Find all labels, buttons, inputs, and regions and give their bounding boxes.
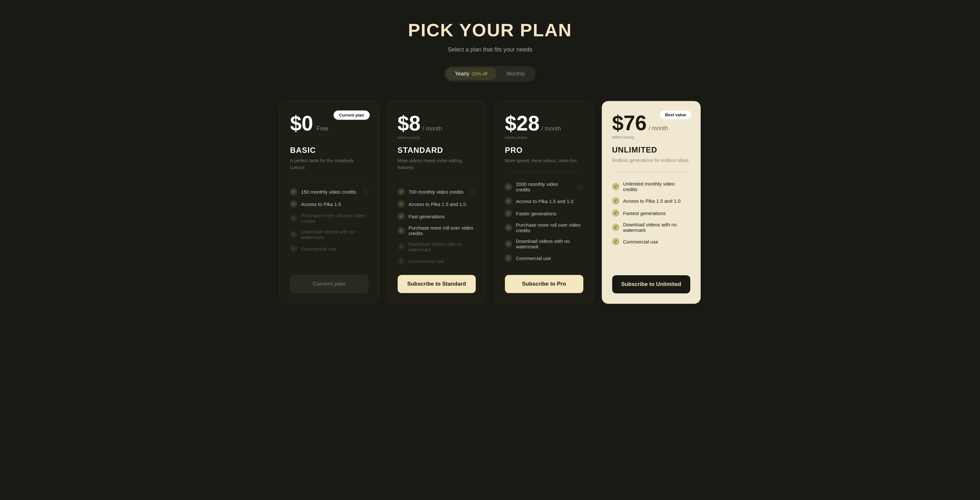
feature-text: Purchase more roll over video credits [301,213,369,224]
feature-item: ✓ Purchase more roll over video credits [398,225,476,236]
feature-cross-icon: ✕ [398,243,405,250]
feature-item: ✓ Download videos with no watermark [612,222,690,233]
feature-text: Fastest generations [623,211,666,216]
billing-monthly-button[interactable]: Monthly [498,68,534,80]
feature-text: Purchase more roll over video credits [516,222,583,233]
feature-item: ✓ Fastest generations [612,210,690,217]
feature-text: Access to Pika 1.5 and 1.0 [409,202,466,207]
feature-check-icon: ✓ [505,240,512,248]
plan-card-standard: $8 / month billed yearly STANDARD More v… [387,101,487,304]
feature-cross-icon: ✕ [290,245,297,252]
feature-text: Purchase more roll over video credits [409,225,476,236]
features-list-standard: ✓ 700 monthly video credits i ✓ Access t… [398,188,476,265]
feature-item: ✕ Commercial use [290,245,369,252]
price-row-standard: $8 / month [398,113,476,134]
feature-check-icon: ✓ [290,188,297,195]
feature-cross-icon: ✕ [290,231,297,238]
feature-item: ✓ Access to Pika 1.5 [290,200,369,208]
feature-check-icon: ✓ [612,210,619,217]
billed-note-pro: billed yearly [505,135,583,140]
price-amount-standard: $8 [398,113,421,134]
subscribe-button-unlimited[interactable]: Subscribe to Unlimited [612,275,690,294]
subscribe-button-pro[interactable]: Subscribe to Pro [505,275,583,293]
feature-text: Unlimited monthly video credits [623,181,690,192]
feature-text: Commercial use [623,239,658,244]
plan-name-unlimited: UNLIMITED [612,145,690,154]
feature-check-icon: ✓ [612,183,619,190]
plans-container: Current plan $0 Free BASIC A perfect tas… [279,101,701,304]
feature-check-icon: ✓ [398,188,405,195]
feature-item: ✓ Access to Pika 1.5 and 1.0 [612,197,690,204]
feature-text: 150 monthly video credits [301,189,356,195]
feature-text: Download videos with no watermark [301,229,369,240]
feature-item: ✓ Access to Pika 1.5 and 1.0 [505,198,583,205]
feature-item: ✕ Commercial use [398,257,476,265]
feature-text: Access to Pika 1.5 and 1.0 [516,198,574,204]
billing-yearly-button[interactable]: Yearly-20% off [446,68,496,80]
feature-item: ✕ Purchase more roll over video credits [290,213,369,224]
feature-text: Commercial use [516,256,551,261]
feature-item: ✓ 150 monthly video credits i [290,188,369,195]
features-list-unlimited: ✓ Unlimited monthly video credits ✓ Acce… [612,181,690,265]
billing-toggle[interactable]: Yearly-20% off Monthly [444,66,536,82]
plan-name-pro: PRO [505,146,583,155]
feature-check-icon: ✓ [398,227,405,234]
feature-check-icon: ✓ [398,200,405,208]
feature-text: Fast generations [409,214,445,219]
feature-text: Access to Pika 1.5 [301,202,341,207]
plan-card-pro: $28 / month billed yearly PRO More speed… [494,101,594,304]
feature-text: Access to Pika 1.5 and 1.0 [623,198,681,204]
feature-check-icon: ✓ [505,183,512,190]
price-free-basic: Free [316,125,328,132]
subscribe-button-standard[interactable]: Subscribe to Standard [398,275,476,293]
price-period-unlimited: / month [649,125,668,132]
feature-info-icon[interactable]: i [363,189,369,195]
feature-check-icon: ✓ [505,210,512,217]
feature-item: ✓ Faster generations [505,210,583,217]
billed-note-unlimited: billed yearly [612,135,690,140]
feature-text: Commercial use [301,246,336,252]
plan-description-standard: More videos meets more editing features [398,157,476,179]
feature-item: ✓ Commercial use [612,238,690,245]
feature-item: ✕ Download videos with no watermark [290,229,369,240]
price-amount-pro: $28 [505,113,539,134]
feature-item: ✓ Purchase more roll over video credits [505,222,583,233]
feature-info-icon[interactable]: i [470,189,476,195]
feature-check-icon: ✓ [612,224,619,231]
page-title: PICK YOUR PLAN [408,19,572,40]
subscribe-button-basic: Current plan [290,275,369,293]
feature-item: ✓ Access to Pika 1.5 and 1.0 [398,200,476,208]
plan-description-basic: A perfect taste for the creatively curio… [290,157,369,179]
price-row-pro: $28 / month [505,113,583,134]
feature-check-icon: ✓ [505,224,512,231]
feature-item: ✓ Commercial use [505,254,583,262]
feature-check-icon: ✓ [505,198,512,205]
feature-info-icon[interactable]: i [578,184,583,190]
feature-check-icon: ✓ [290,200,297,208]
feature-cross-icon: ✕ [290,215,297,222]
feature-item: ✓ Fast generations [398,213,476,220]
feature-item: ✓ 2000 monthly video credits i [505,181,583,192]
plan-description-unlimited: Endless generations for endless ideas [612,157,690,172]
plan-name-basic: BASIC [290,146,369,155]
feature-text: Faster generations [516,211,557,216]
plan-description-pro: More speed, more videos, more fun [505,157,583,172]
feature-item: ✓ 700 monthly video credits i [398,188,476,195]
feature-text: 700 monthly video credits [409,189,464,195]
price-amount-unlimited: $76 [612,113,647,133]
page-subtitle: Select a plan that fits your needs [447,46,532,53]
plan-card-basic: Current plan $0 Free BASIC A perfect tas… [279,101,379,304]
feature-check-icon: ✓ [398,213,405,220]
feature-cross-icon: ✕ [398,257,405,265]
feature-item: ✓ Unlimited monthly video credits [612,181,690,192]
feature-check-icon: ✓ [612,197,619,204]
plan-name-standard: STANDARD [398,146,476,155]
features-list-pro: ✓ 2000 monthly video credits i ✓ Access … [505,181,583,265]
price-amount-basic: $0 [290,113,313,134]
price-period-standard: / month [423,125,442,132]
feature-text: Commercial use [409,259,444,264]
feature-text: 2000 monthly video credits [516,181,574,192]
plan-badge-unlimited: Best value [660,110,692,119]
feature-text: Download videos with no watermark [516,238,583,249]
plan-card-unlimited: Best value $76 / month billed yearly UNL… [602,101,701,304]
